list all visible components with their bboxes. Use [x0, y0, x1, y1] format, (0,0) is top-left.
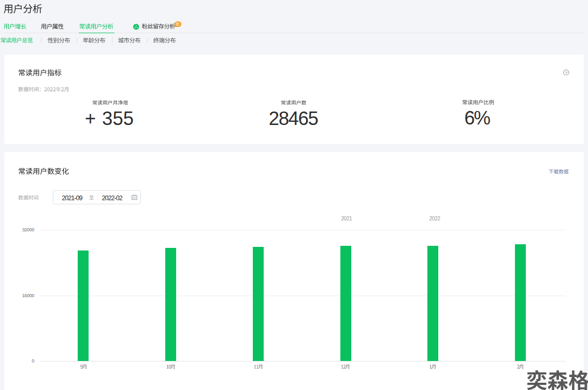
svg-text:?: ?: [565, 70, 567, 75]
